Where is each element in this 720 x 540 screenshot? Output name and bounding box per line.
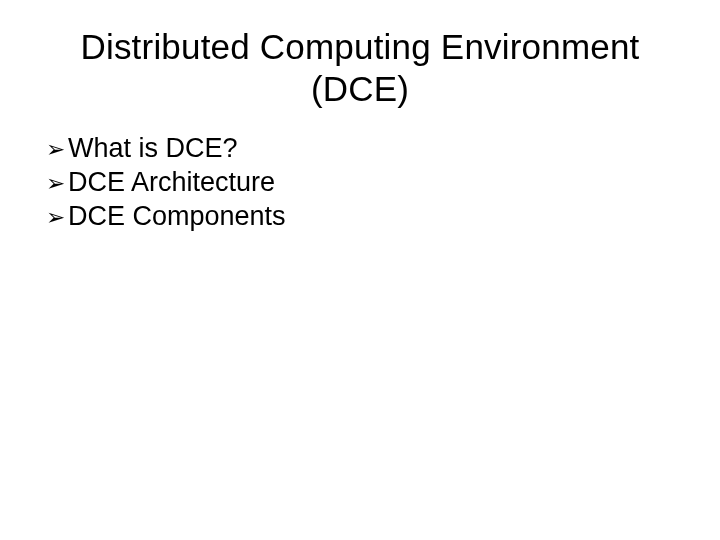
slide: Distributed Computing Environment (DCE) … (0, 0, 720, 540)
bullet-list: ➢ What is DCE? ➢ DCE Architecture ➢ DCE … (46, 132, 674, 233)
slide-title: Distributed Computing Environment (DCE) (46, 26, 674, 110)
bullet-icon: ➢ (46, 169, 68, 198)
list-item: ➢ DCE Components (46, 200, 674, 234)
list-item: ➢ DCE Architecture (46, 166, 674, 200)
bullet-icon: ➢ (46, 135, 68, 164)
bullet-text: What is DCE? (68, 132, 674, 166)
bullet-text: DCE Architecture (68, 166, 674, 200)
list-item: ➢ What is DCE? (46, 132, 674, 166)
bullet-text: DCE Components (68, 200, 674, 234)
bullet-icon: ➢ (46, 203, 68, 232)
